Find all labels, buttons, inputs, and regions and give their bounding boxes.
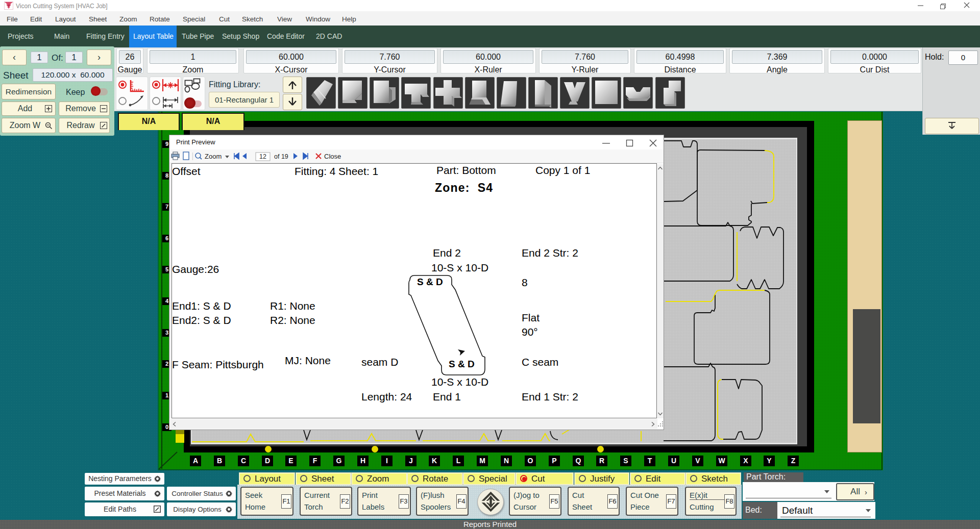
svg-text:Zoom: Zoom — [205, 153, 222, 160]
svg-text:of 19: of 19 — [274, 153, 288, 160]
svg-text:Close: Close — [324, 153, 341, 160]
svg-text:12: 12 — [259, 153, 266, 160]
